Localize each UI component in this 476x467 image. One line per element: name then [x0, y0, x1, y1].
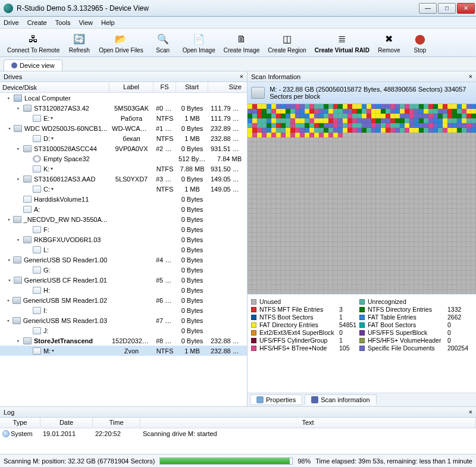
legend-value: 1 — [339, 314, 357, 321]
tree-twisty[interactable]: ▾ — [8, 257, 11, 263]
close-button[interactable]: ✕ — [457, 3, 475, 14]
menu-drive[interactable]: Drive — [4, 19, 19, 26]
hdd-icon — [13, 216, 21, 223]
log-pane-title: Log × — [0, 407, 476, 418]
col-label[interactable]: Label — [109, 82, 154, 92]
menu-help[interactable]: Help — [101, 19, 115, 26]
col-device[interactable]: Device/Disk — [0, 82, 109, 92]
col-text[interactable]: Text — [140, 418, 476, 428]
col-start[interactable]: Start — [176, 82, 208, 92]
scan-map[interactable] — [248, 104, 476, 294]
drive-row[interactable]: ▸E:▾РаботаNTFS1 MB111.79 GB — [0, 113, 247, 123]
legend-swatch — [251, 322, 256, 328]
dropdown-icon[interactable]: ▾ — [51, 115, 53, 121]
drive-row[interactable]: ▾GenericUSB SD Reader1.00#4 USB0 Bytes — [0, 255, 247, 265]
drive-row[interactable]: ▸M:▾ZvonNTFS1 MB232.88 GB — [0, 346, 247, 356]
drive-row[interactable]: ▾WDC WD2500JS-60NCB1...WD-WCANKA...#1 SA… — [0, 123, 247, 133]
toolbar-label: Create Virtual RAID — [315, 47, 369, 54]
pane-close-icon[interactable]: × — [468, 408, 472, 416]
drives-grid-body[interactable]: ▾Local Computer▾ST3120827AS3.425MS03GAK#… — [0, 93, 247, 406]
drive-row[interactable]: ▸I:0 Bytes — [0, 305, 247, 315]
tree-twisty[interactable]: ▾ — [15, 146, 21, 152]
drive-row[interactable]: ▾ST31000528ASCC449VP0A0VX#2 SA...0 Bytes… — [0, 143, 247, 153]
toolbar-create-region-button[interactable]: ◫Create Region — [264, 31, 309, 55]
toolbar-open-image-button[interactable]: 📄Open Image — [179, 31, 219, 55]
drive-row[interactable]: ▾StoreJetTranscend152D20329000#8 USB0 By… — [0, 336, 247, 346]
cell-fs: #2 SA... — [154, 145, 176, 152]
drive-row[interactable]: ▾Local Computer — [0, 93, 247, 103]
tab-scan-info[interactable]: Scan information — [305, 394, 377, 405]
legend-swatch — [359, 315, 365, 320]
menu-create[interactable]: Create — [27, 19, 47, 26]
drive-row[interactable]: ▸HarddiskVolume110 Bytes — [0, 194, 247, 204]
cell-fs: #7 USB — [154, 317, 176, 324]
open-files-icon: 📂 — [114, 32, 128, 46]
drive-row[interactable]: ▸J:0 Bytes — [0, 325, 247, 336]
tree-twisty[interactable]: ▾ — [15, 237, 21, 243]
drive-row[interactable]: ▸Empty Space32512 Bytes7.84 MB — [0, 153, 247, 164]
tree-twisty[interactable]: ▾ — [15, 338, 21, 344]
tree-twisty[interactable]: ▾ — [8, 126, 11, 131]
drive-row[interactable]: ▾ST3120827AS3.425MS03GAK#0 SA...0 Bytes1… — [0, 103, 247, 113]
tab-properties[interactable]: Properties — [250, 394, 302, 405]
drive-row[interactable]: ▸K:▾NTFS7.88 MB931.50 GB — [0, 164, 247, 174]
dropdown-icon[interactable]: ▾ — [51, 166, 53, 171]
maximize-button[interactable]: □ — [438, 3, 456, 14]
dropdown-icon[interactable]: ▾ — [51, 186, 54, 192]
tree-twisty[interactable]: ▾ — [7, 297, 10, 303]
stop-icon: ⬤ — [413, 32, 427, 46]
drive-row[interactable]: ▾GenericUSB MS Reader1.03#7 USB0 Bytes — [0, 315, 247, 325]
toolbar-remove-button[interactable]: ✖Remove — [374, 31, 404, 55]
drive-row[interactable]: ▸G:0 Bytes — [0, 265, 247, 275]
tree-twisty[interactable]: ▾ — [7, 217, 10, 222]
drive-row[interactable]: ▸A:0 Bytes — [0, 204, 247, 214]
device-name: I: — [43, 307, 47, 314]
legend-value: 0 — [447, 321, 471, 328]
tree-twisty[interactable]: ▾ — [15, 176, 21, 182]
drive-row[interactable]: ▾GenericUSB SM Reader1.02#6 USB0 Bytes — [0, 295, 247, 305]
volume-icon — [33, 115, 41, 122]
toolbar-create-image-button[interactable]: 🗎Create Image — [220, 31, 264, 55]
remove-icon: ✖ — [382, 32, 396, 46]
col-date[interactable]: Date — [40, 418, 93, 428]
drive-row[interactable]: ▸F:0 Bytes — [0, 224, 247, 234]
pane-close-icon[interactable]: × — [468, 73, 472, 80]
col-time[interactable]: Time — [93, 418, 140, 428]
toolbar-scan-button[interactable]: 🔍Scan — [148, 31, 178, 55]
menu-tools[interactable]: Tools — [55, 19, 71, 26]
drive-row[interactable]: ▾RKBGFXUVOD6R1.030 Bytes — [0, 234, 247, 245]
device-name: _NECDVD_RW ND-3550A... — [24, 216, 107, 223]
drive-row[interactable]: ▸L:0 Bytes — [0, 245, 247, 255]
col-type[interactable]: Type — [0, 418, 40, 428]
toolbar-open-files-button[interactable]: 📂Open Drive Files — [95, 31, 146, 55]
toolbar-create-raid-button[interactable]: ≣Create Virtual RAID — [311, 31, 373, 55]
pane-close-icon[interactable]: × — [239, 73, 243, 80]
log-row[interactable]: System19.01.201122:20:52Scanning drive M… — [0, 428, 476, 438]
toolbar-refresh-button[interactable]: 🔄Refresh — [64, 31, 94, 55]
tab-device-view[interactable]: Device view — [4, 59, 62, 71]
dropdown-icon[interactable]: ▾ — [51, 136, 54, 141]
drive-row[interactable]: ▾ST3160812AS3.AAD5LS0YXD7#3 SA...0 Bytes… — [0, 174, 247, 184]
tree-twisty[interactable]: ▾ — [15, 105, 21, 111]
tree-twisty[interactable]: ▾ — [7, 318, 10, 324]
tree-twisty[interactable]: ▾ — [8, 277, 11, 283]
drive-row[interactable]: ▸H:0 Bytes — [0, 285, 247, 295]
toolbar-stop-button[interactable]: ⬤Stop — [405, 31, 435, 55]
scan-header-text: M: - 232.88 GB (250056015872 Bytes, 4883… — [270, 86, 472, 100]
col-fs[interactable]: FS — [154, 82, 176, 92]
tree-twisty[interactable]: ▾ — [6, 95, 11, 101]
toolbar-connect-button[interactable]: 🖧Connect To Remote — [4, 31, 63, 55]
drive-row[interactable]: ▸D:▾бекапNTFS1 MB232.88 GB — [0, 133, 247, 143]
log-grid-body[interactable]: System19.01.201122:20:52Scanning drive M… — [0, 428, 476, 454]
hdd-icon — [251, 87, 265, 99]
dropdown-icon[interactable]: ▾ — [52, 348, 54, 353]
col-size[interactable]: Size — [208, 82, 244, 92]
drive-row[interactable]: ▾GenericUSB CF Reader1.01#5 USB0 Bytes — [0, 275, 247, 285]
hdd-icon — [23, 105, 32, 112]
cell-sz: 232.89 GB — [208, 125, 244, 132]
toolbar-label: Stop — [414, 47, 427, 54]
menu-view[interactable]: View — [79, 19, 93, 26]
drive-row[interactable]: ▾_NECDVD_RW ND-3550A...0 Bytes — [0, 214, 247, 224]
drive-row[interactable]: ▸C:▾NTFS1 MB149.05 GB — [0, 184, 247, 194]
minimize-button[interactable]: — — [419, 3, 437, 14]
